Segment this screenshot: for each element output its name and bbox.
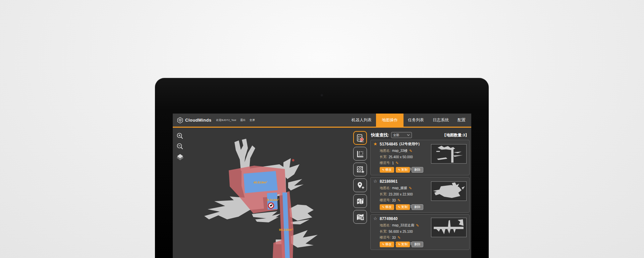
map-card-list: ★ 51764845 (12号使用中) 地图名:map_33楼✎ 长宽:25.4…	[370, 140, 470, 250]
modify-button[interactable]: ✎修改	[380, 167, 394, 173]
layers-button[interactable]	[176, 153, 184, 161]
welcome-text: 欢迎BJDT2_Test	[216, 118, 236, 122]
edit-name-icon[interactable]: ✎	[409, 186, 412, 190]
modify-button[interactable]: ✎修改	[380, 204, 394, 210]
area-label-corridor: 90.215m²	[279, 228, 293, 231]
map-blob-bottom-right	[291, 230, 318, 248]
map-blob-right-mid	[288, 179, 304, 190]
field-value-size: 56.600 x 25.100	[389, 230, 413, 233]
app-screen: CloudMinds 欢迎BJDT2_Test 退出 全屏 机器人列表 地图操作…	[173, 114, 471, 258]
field-value-name: map_腿腿	[392, 186, 407, 190]
robot-marker[interactable]	[268, 203, 274, 208]
delete-button[interactable]: 删除	[412, 167, 423, 173]
add-point-button[interactable]	[353, 178, 367, 192]
delete-button[interactable]: 删除	[412, 242, 423, 247]
layers-icon	[176, 153, 184, 161]
field-label-name: 地图名:	[380, 186, 391, 190]
map-id: 82186961	[380, 179, 397, 184]
map-card-82186961[interactable]: ☆ 82186961 地图名:map_腿腿✎ 长宽:23.200 x 22.90…	[370, 177, 470, 213]
map-card-87749840[interactable]: ☆ 87749840 地图名:map_33层走廊✎ 长宽:56.600 x 25…	[370, 214, 470, 250]
map-canvas[interactable]: 40.519m² 8.614m² 90.215m²	[173, 129, 356, 258]
map-blob-right-cloud	[289, 205, 314, 221]
edit-name-icon[interactable]: ✎	[416, 224, 419, 227]
pencil-icon: ✎	[382, 206, 385, 209]
field-value-name: map_33楼	[392, 148, 408, 153]
map-blob-right-top	[283, 158, 300, 179]
field-value-floor: 33	[392, 236, 396, 240]
area-label-small-room: 8.614m²	[267, 198, 279, 202]
map-thumbnail[interactable]	[431, 144, 467, 164]
app-header: CloudMinds 欢迎BJDT2_Test 退出 全屏 机器人列表 地图操作…	[173, 114, 471, 128]
field-value-name: map_33层走廊	[392, 223, 414, 228]
chevron-down-icon	[407, 134, 410, 136]
fullscreen-link[interactable]: 全屏	[250, 118, 255, 122]
nav-task-list[interactable]: 任务列表	[404, 114, 428, 127]
logo: CloudMinds	[177, 117, 211, 124]
edit-floor-icon[interactable]: ✎	[397, 236, 400, 239]
nav-map-operations[interactable]: 地图操作	[376, 114, 404, 127]
nav-configuration[interactable]: 配置	[453, 114, 470, 127]
logo-text: CloudMinds	[185, 118, 211, 123]
modify-button[interactable]: ✎修改	[380, 242, 394, 247]
slam-map: 40.519m² 8.614m² 90.215m²	[173, 129, 356, 258]
upload-map-icon	[356, 212, 365, 222]
field-label-floor: 楼层号:	[380, 235, 391, 240]
quick-search-label: 快速查找:	[371, 132, 389, 138]
map-id: 87749840	[380, 216, 397, 221]
copy-button[interactable]: ✎复制	[396, 242, 410, 247]
map-card-51764845[interactable]: ★ 51764845 (12号使用中) 地图名:map_33楼✎ 长宽:25.4…	[370, 140, 470, 175]
field-value-size: 23.200 x 22.900	[389, 192, 413, 196]
upload-map-button[interactable]	[353, 210, 367, 224]
zoom-in-button[interactable]	[176, 132, 184, 140]
map-thumbnail[interactable]	[431, 181, 467, 201]
nav-robot-list[interactable]: 机器人列表	[347, 114, 376, 127]
add-virtual-wall-button[interactable]	[353, 163, 367, 176]
field-label-name: 地图名:	[380, 148, 391, 153]
field-label-size: 长宽:	[380, 192, 387, 197]
add-virtual-wall-icon	[356, 165, 365, 174]
copy-button[interactable]: ✎复制	[396, 204, 410, 210]
field-label-size: 长宽:	[380, 229, 387, 234]
zoom-out-button[interactable]	[176, 142, 184, 150]
card-actions: ✎修改 ✎复制 删除	[380, 242, 425, 247]
field-value-floor: 1	[392, 161, 394, 165]
field-label-floor: 楼层号:	[380, 161, 391, 165]
select-frame-button[interactable]	[353, 147, 367, 161]
cloudminds-logo-icon	[177, 117, 183, 124]
field-label-size: 长宽:	[380, 155, 387, 159]
favorite-star-icon[interactable]: ★	[373, 142, 379, 146]
map-count-label: 【地图数量:3】	[442, 133, 469, 138]
pencil-icon: ✎	[382, 168, 385, 172]
select-frame-icon	[356, 149, 365, 159]
main-nav: 机器人列表 地图操作 任务列表 日志系统 配置	[347, 114, 470, 127]
delete-map-button[interactable]	[353, 194, 367, 208]
map-zoom-tools	[176, 132, 184, 163]
favorite-star-icon[interactable]: ☆	[373, 179, 379, 184]
favorite-star-icon[interactable]: ☆	[373, 216, 379, 221]
user-links: 欢迎BJDT2_Test 退出 全屏	[216, 118, 259, 122]
map-chevron-3	[291, 219, 310, 224]
add-point-icon	[356, 181, 365, 190]
nav-log-system[interactable]: 日志系统	[428, 114, 453, 127]
edit-name-icon[interactable]: ✎	[409, 149, 412, 153]
field-value-floor: 33	[392, 199, 396, 202]
card-actions: ✎修改 ✎复制 删除	[380, 167, 425, 173]
map-thumbnail[interactable]	[431, 218, 467, 237]
copy-button[interactable]: ✎复制	[396, 167, 410, 173]
map-list-panel: 快速查找: 全部 【地图数量:3】 ★ 51764845 (12号使用中)	[370, 129, 470, 258]
field-value-size: 25.400 x 50.000	[389, 155, 413, 159]
delete-button[interactable]: 删除	[412, 204, 423, 210]
patrol-points-list-button[interactable]	[353, 131, 367, 145]
logout-link[interactable]: 退出	[240, 118, 246, 122]
filter-select[interactable]: 全部	[391, 132, 412, 138]
area-label-large-room: 40.519m²	[254, 180, 267, 184]
quick-search-row: 快速查找: 全部 【地图数量:3】	[371, 132, 469, 138]
edit-floor-icon[interactable]: ✎	[397, 199, 400, 202]
pencil-icon: ✎	[398, 206, 401, 209]
pencil-icon: ✎	[398, 243, 401, 246]
map-thumbnail-image	[431, 218, 466, 237]
edit-floor-icon[interactable]: ✎	[395, 161, 398, 165]
zoom-in-icon	[176, 132, 184, 140]
map-thumbnail-image	[431, 144, 466, 163]
map-thumbnail-image	[431, 182, 466, 201]
